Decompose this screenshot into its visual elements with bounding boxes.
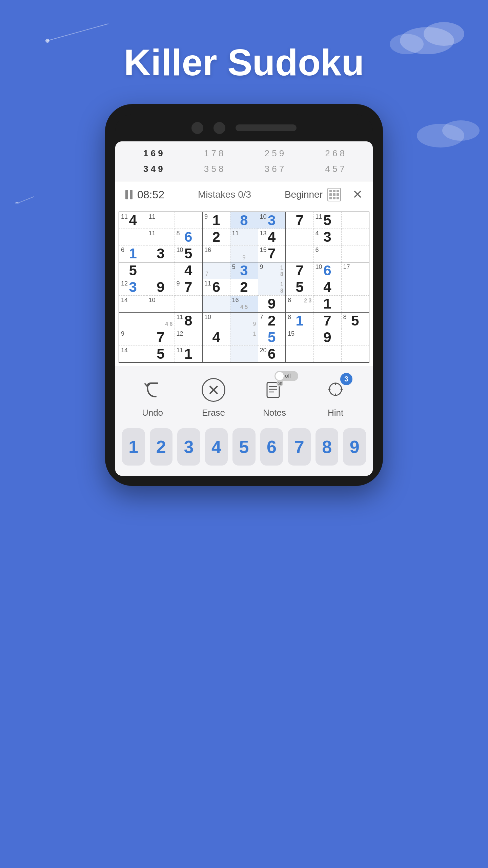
cell-r2c7[interactable] (286, 229, 313, 245)
cell-r2c2[interactable]: 11 (147, 229, 175, 245)
cell-r9c7[interactable] (286, 346, 313, 363)
cell-r6c4[interactable] (202, 296, 230, 313)
cell-r5c1[interactable]: 123 (119, 279, 147, 296)
cell-r1c6[interactable]: 103 (258, 212, 286, 229)
cell-r5c9[interactable] (341, 279, 369, 296)
cell-r3c1[interactable]: 61 (119, 245, 147, 262)
cell-r6c1[interactable]: 14 (119, 296, 147, 313)
cell-r8c8[interactable]: 9 (313, 329, 341, 346)
cell-r1c4[interactable]: 91 (202, 212, 230, 229)
cell-r9c6[interactable]: 206 (258, 346, 286, 363)
cell-r7c5[interactable]: 9 (230, 312, 258, 329)
num-btn-8[interactable]: 8 (316, 428, 339, 466)
cell-r6c6[interactable]: 9 (258, 296, 286, 313)
cell-r5c2[interactable]: 9 (147, 279, 175, 296)
cell-r2c6[interactable]: 134 (258, 229, 286, 245)
puzzle-option-268[interactable]: 2 6 8 (307, 148, 363, 159)
num-btn-4[interactable]: 4 (205, 428, 228, 466)
cell-r5c6[interactable]: 18 (258, 279, 286, 296)
puzzle-option-169[interactable]: 1 6 9 (125, 148, 181, 159)
cell-r9c3[interactable]: 111 (175, 346, 202, 363)
puzzle-option-367[interactable]: 3 6 7 (247, 164, 302, 174)
cell-r2c5[interactable]: 11 (230, 229, 258, 245)
puzzle-option-349[interactable]: 3 4 9 (125, 164, 181, 174)
num-btn-1[interactable]: 1 (122, 428, 145, 466)
puzzle-option-259[interactable]: 2 5 9 (247, 148, 302, 159)
num-btn-6[interactable]: 6 (260, 428, 283, 466)
cell-r7c6[interactable]: 72 (258, 312, 286, 329)
cell-r4c2[interactable] (147, 262, 175, 279)
cell-r3c6[interactable]: 157 (258, 245, 286, 262)
cell-r8c5[interactable]: 1 (230, 329, 258, 346)
cell-r5c4[interactable]: 116 (202, 279, 230, 296)
hint-button[interactable]: 3 Hint (322, 376, 349, 418)
num-btn-2[interactable]: 2 (150, 428, 173, 466)
cell-r1c7[interactable]: 7 (286, 212, 313, 229)
cell-r8c9[interactable] (341, 329, 369, 346)
close-button[interactable]: ✕ (352, 188, 363, 202)
cell-r3c8[interactable]: 6 (313, 245, 341, 262)
cell-r4c6[interactable]: 918 (258, 262, 286, 279)
cell-r6c5[interactable]: 164 5 (230, 296, 258, 313)
notes-button[interactable]: off off Notes (261, 376, 288, 418)
cell-r2c4[interactable]: 2 (202, 229, 230, 245)
cell-r1c8[interactable]: 115 (313, 212, 341, 229)
cell-r3c9[interactable] (341, 245, 369, 262)
num-btn-3[interactable]: 3 (177, 428, 200, 466)
num-btn-9[interactable]: 9 (343, 428, 366, 466)
cell-r9c1[interactable]: 14 (119, 346, 147, 363)
cell-r1c3[interactable] (175, 212, 202, 229)
cell-r5c5[interactable]: 2 (230, 279, 258, 296)
cell-r3c2[interactable]: 3 (147, 245, 175, 262)
puzzle-option-457[interactable]: 4 5 7 (307, 164, 363, 174)
cell-r8c1[interactable]: 9 (119, 329, 147, 346)
cell-r5c3[interactable]: 97 (175, 279, 202, 296)
cell-r9c8[interactable] (313, 346, 341, 363)
cell-r3c7[interactable] (286, 245, 313, 262)
cell-r4c3[interactable]: 4 (175, 262, 202, 279)
cell-r1c9[interactable] (341, 212, 369, 229)
cell-r6c2[interactable]: 10 (147, 296, 175, 313)
cell-r1c5[interactable]: 8 (230, 212, 258, 229)
cell-r7c4[interactable]: 10 (202, 312, 230, 329)
cell-r1c1[interactable]: 114 (119, 212, 147, 229)
cell-r2c8[interactable]: 43 (313, 229, 341, 245)
erase-button[interactable]: ✕ Erase (200, 376, 227, 418)
cell-r4c4[interactable]: 7 (202, 262, 230, 279)
cell-r8c2[interactable]: 7 (147, 329, 175, 346)
cell-r7c7[interactable]: 81 (286, 312, 313, 329)
cell-r7c3[interactable]: 118 (175, 312, 202, 329)
cell-r4c8[interactable]: 106 (313, 262, 341, 279)
cell-r3c4[interactable]: 16 (202, 245, 230, 262)
cell-r6c8[interactable]: 1 (313, 296, 341, 313)
grid-icon[interactable] (327, 188, 341, 201)
cell-r4c9[interactable]: 17 (341, 262, 369, 279)
cell-r4c5[interactable]: 53 (230, 262, 258, 279)
cell-r8c3[interactable]: 12 (175, 329, 202, 346)
cell-r2c1[interactable] (119, 229, 147, 245)
cell-r9c9[interactable] (341, 346, 369, 363)
cell-r1c2[interactable]: 11 (147, 212, 175, 229)
cell-r7c9[interactable]: 85 (341, 312, 369, 329)
cell-r3c5[interactable]: 9 (230, 245, 258, 262)
cell-r9c2[interactable]: 5 (147, 346, 175, 363)
cell-r9c5[interactable] (230, 346, 258, 363)
cell-r8c6[interactable]: 5 (258, 329, 286, 346)
cell-r2c3[interactable]: 86 (175, 229, 202, 245)
cell-r7c1[interactable] (119, 312, 147, 329)
cell-r2c9[interactable] (341, 229, 369, 245)
puzzle-option-358[interactable]: 3 5 8 (186, 164, 242, 174)
undo-button[interactable]: Undo (139, 376, 166, 418)
notes-toggle[interactable]: off (274, 371, 298, 381)
cell-r9c4[interactable] (202, 346, 230, 363)
cell-r7c8[interactable]: 7 (313, 312, 341, 329)
cell-r5c7[interactable]: 5 (286, 279, 313, 296)
num-btn-7[interactable]: 7 (288, 428, 311, 466)
cell-r7c2[interactable]: 4 6 (147, 312, 175, 329)
puzzle-option-178[interactable]: 1 7 8 (186, 148, 242, 159)
cell-r4c7[interactable]: 7 (286, 262, 313, 279)
num-btn-5[interactable]: 5 (232, 428, 256, 466)
cell-r8c7[interactable]: 15 (286, 329, 313, 346)
cell-r6c3[interactable] (175, 296, 202, 313)
cell-r6c7[interactable]: 82 3 (286, 296, 313, 313)
